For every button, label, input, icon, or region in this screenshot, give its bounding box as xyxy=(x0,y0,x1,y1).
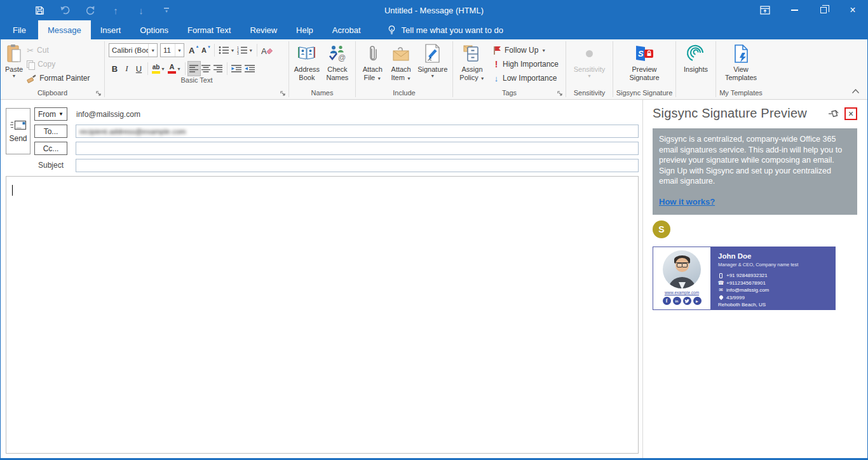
align-right-button[interactable] xyxy=(212,62,224,76)
low-importance-button[interactable]: ↓ Low Importance xyxy=(491,72,560,85)
send-button[interactable]: Send xyxy=(6,108,31,154)
facebook-icon[interactable]: f xyxy=(663,297,671,305)
address-book-icon xyxy=(297,43,316,64)
numbering-dropdown-icon[interactable]: ▼ xyxy=(248,48,253,53)
tab-message[interactable]: Message xyxy=(38,20,91,39)
paste-button[interactable]: Paste ▼ xyxy=(3,41,25,79)
twitter-icon[interactable] xyxy=(683,297,691,305)
cc-button[interactable]: Cc... xyxy=(34,142,67,155)
insights-button[interactable]: Insights xyxy=(682,41,710,75)
collapse-ribbon-icon[interactable] xyxy=(851,88,860,94)
signature-dropdown-icon[interactable]: ▼ xyxy=(430,74,435,78)
subject-field[interactable] xyxy=(76,159,639,172)
tab-format-text[interactable]: Format Text xyxy=(178,20,240,39)
font-color-dropdown-icon[interactable]: ▼ xyxy=(177,67,181,71)
phone-icon: ☎ xyxy=(718,280,724,286)
copy-button[interactable]: Copy xyxy=(25,58,92,71)
underline-button[interactable]: U xyxy=(133,62,145,76)
paperclip-icon xyxy=(368,43,377,64)
to-field[interactable]: recipient.address@example.com xyxy=(76,125,639,138)
tab-help[interactable]: Help xyxy=(287,20,323,39)
font-color-button[interactable]: A ▼ xyxy=(166,62,182,76)
minimize-button[interactable] xyxy=(780,0,809,20)
pin-icon[interactable] xyxy=(827,107,841,120)
subject-label: Subject xyxy=(38,161,64,170)
from-button[interactable]: From▼ xyxy=(34,107,67,121)
align-center-button[interactable] xyxy=(200,62,212,76)
signature-role: Manager & CEO, Company name test xyxy=(718,262,829,267)
svg-text:A: A xyxy=(261,46,267,55)
attach-file-dropdown-icon[interactable]: ▼ xyxy=(377,76,381,81)
font-name-combo[interactable]: Calibri (Body) ▼ xyxy=(109,43,158,57)
signature-website-link[interactable]: www.example.com xyxy=(665,290,699,295)
clear-formatting-button[interactable]: A xyxy=(260,43,274,57)
follow-up-button[interactable]: Follow Up ▼ xyxy=(491,44,560,57)
close-window-button[interactable]: × xyxy=(838,0,867,20)
preview-signature-button[interactable]: S Preview Signature xyxy=(620,41,669,83)
how-it-works-link[interactable]: How it works? xyxy=(659,197,715,208)
sigsync-logo-icon: S xyxy=(634,43,655,64)
tab-file[interactable]: File xyxy=(1,20,38,39)
clipboard-dialog-launcher-icon[interactable] xyxy=(95,90,102,97)
tell-me-box[interactable]: Tell me what you want to do xyxy=(381,20,510,39)
email-icon: ✉ xyxy=(718,287,724,293)
youtube-icon[interactable]: ▶ xyxy=(693,297,702,305)
message-body[interactable] xyxy=(6,176,639,454)
high-importance-button[interactable]: ! High Importance xyxy=(491,58,560,71)
move-up-icon[interactable]: ↑ xyxy=(110,4,121,16)
increase-indent-button[interactable] xyxy=(243,62,257,76)
lightbulb-icon xyxy=(387,25,397,36)
assign-policy-dropdown-icon[interactable]: ▼ xyxy=(480,76,485,81)
tags-dialog-launcher-icon[interactable] xyxy=(557,90,564,97)
insights-icon xyxy=(686,43,705,64)
restore-button[interactable] xyxy=(809,0,838,20)
text-cursor xyxy=(12,185,13,196)
numbering-button[interactable]: 123 ▼ xyxy=(236,43,254,57)
undo-icon[interactable] xyxy=(59,4,71,16)
follow-up-dropdown-icon[interactable]: ▼ xyxy=(541,48,546,53)
assign-policy-button[interactable]: Assign Policy ▼ xyxy=(456,41,489,84)
highlight-dropdown-icon[interactable]: ▼ xyxy=(161,67,165,71)
basic-text-dialog-launcher-icon[interactable] xyxy=(280,90,287,97)
cc-field[interactable] xyxy=(76,142,639,155)
group-include: Attach File ▼ Attach Item ▼ Signature ▼ … xyxy=(356,39,452,99)
font-name-dropdown-icon[interactable]: ▼ xyxy=(148,44,157,57)
align-left-button[interactable] xyxy=(188,62,200,76)
shrink-font-button[interactable]: A▼ xyxy=(200,43,212,57)
signature-button[interactable]: Signature ▼ xyxy=(416,41,450,79)
sensitivity-button[interactable]: Sensitivity ▼ xyxy=(572,41,607,79)
format-painter-button[interactable]: Format Painter xyxy=(25,72,92,85)
customize-quick-access-icon[interactable]: ▾ xyxy=(161,4,172,16)
paste-dropdown-icon[interactable]: ▼ xyxy=(12,74,17,78)
bold-button[interactable]: B xyxy=(109,62,121,76)
move-down-icon[interactable]: ↓ xyxy=(135,4,147,16)
font-size-combo[interactable]: 11 ▼ xyxy=(160,43,184,57)
compose-area: Send From▼ info@mailssig.com To... recip… xyxy=(1,100,642,458)
bullets-dropdown-icon[interactable]: ▼ xyxy=(230,48,234,53)
grow-font-button[interactable]: A▲ xyxy=(187,43,200,57)
signature-name: John Doe xyxy=(718,252,829,260)
attach-item-dropdown-icon[interactable]: ▼ xyxy=(407,76,411,81)
linkedin-icon[interactable]: in xyxy=(673,297,681,305)
redo-icon[interactable] xyxy=(85,4,96,16)
attach-file-button[interactable]: Attach File ▼ xyxy=(358,41,387,84)
text-highlight-button[interactable]: ab ▼ xyxy=(151,62,166,76)
italic-button[interactable]: I xyxy=(121,62,133,76)
view-templates-button[interactable]: View Templates xyxy=(720,41,762,83)
ribbon-display-options-icon[interactable] xyxy=(750,0,780,20)
check-names-button[interactable]: @ Check Names xyxy=(322,41,353,83)
save-icon[interactable] xyxy=(34,4,45,16)
font-size-dropdown-icon[interactable]: ▼ xyxy=(175,44,184,57)
tab-insert[interactable]: Insert xyxy=(91,20,131,39)
tab-acrobat[interactable]: Acrobat xyxy=(323,20,370,39)
decrease-indent-button[interactable] xyxy=(230,62,243,76)
bullets-button[interactable]: ▼ xyxy=(217,43,236,57)
user-avatar[interactable]: S xyxy=(653,220,670,238)
address-book-button[interactable]: Address Book xyxy=(292,41,322,83)
cut-button[interactable]: ✂ Cut xyxy=(25,44,92,57)
tab-review[interactable]: Review xyxy=(240,20,287,39)
panel-close-button[interactable]: × xyxy=(844,107,857,120)
tab-options[interactable]: Options xyxy=(130,20,178,39)
attach-item-button[interactable]: Attach Item ▼ xyxy=(387,41,416,84)
to-button[interactable]: To... xyxy=(34,125,67,138)
